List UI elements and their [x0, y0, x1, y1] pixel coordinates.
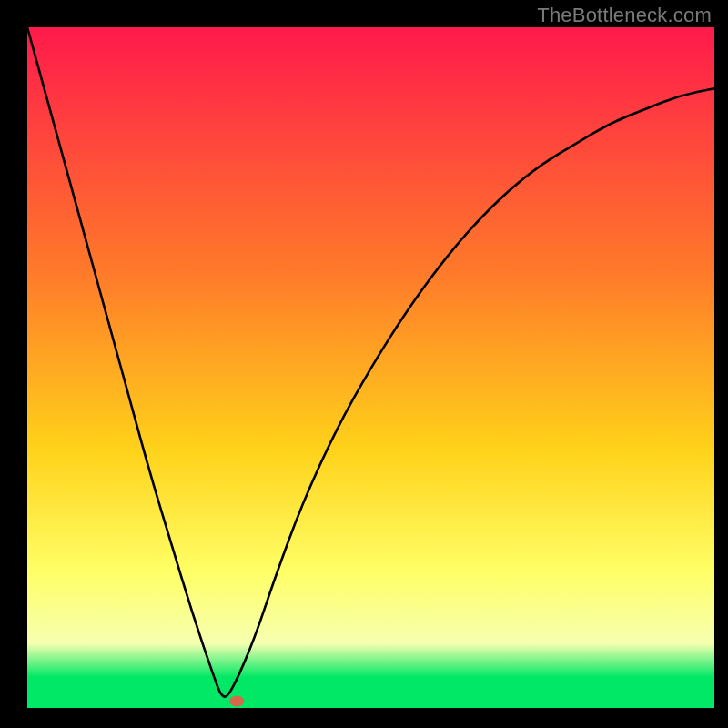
- svg-rect-1: [27, 677, 714, 708]
- bottleneck-plot: [0, 0, 728, 728]
- optimal-marker: [229, 696, 244, 707]
- chart-stage: TheBottleneck.com: [0, 0, 728, 728]
